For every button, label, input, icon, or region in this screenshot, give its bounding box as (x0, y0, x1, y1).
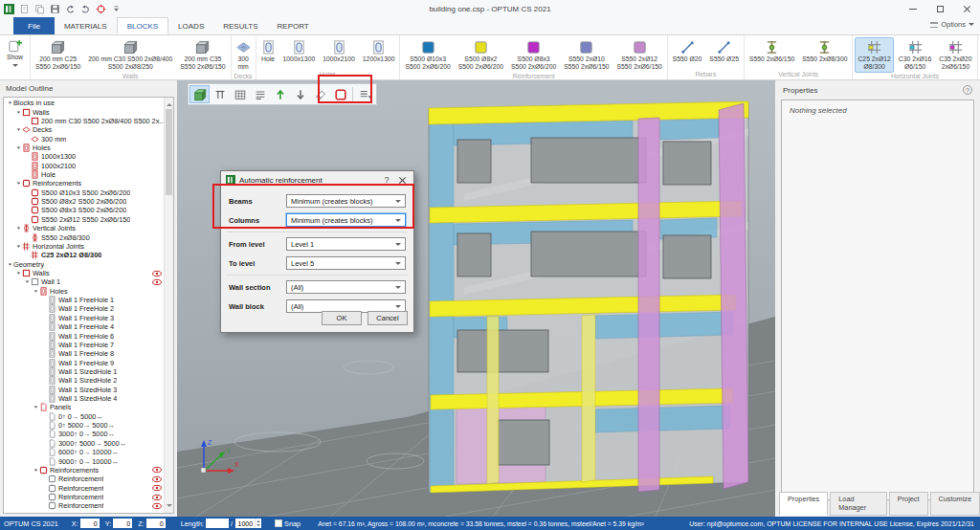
block-item[interactable]: S500 Ø10x3 S500 2xØ6/200 (402, 37, 453, 73)
grid-toggle-button[interactable] (230, 85, 250, 103)
copy-icon[interactable] (33, 3, 46, 15)
tree-item[interactable]: 200 mm C30 S500 2xØ8/400 S500 2x... (4, 117, 164, 125)
scrollbar-thumb[interactable] (166, 109, 172, 195)
visibility-eye-icon[interactable] (152, 501, 162, 511)
z-coordinate-input[interactable] (146, 519, 166, 528)
tab-report[interactable]: REPORT (268, 17, 319, 34)
caret-icon[interactable] (110, 3, 122, 15)
x-coordinate-input[interactable] (80, 519, 100, 528)
redo-icon[interactable] (79, 3, 92, 15)
visibility-eye-icon[interactable] (152, 277, 162, 287)
tree-item[interactable]: 0↑ 5000→ 5000↔ (4, 421, 164, 430)
expand-arrow-icon[interactable] (14, 144, 22, 151)
expand-arrow-icon[interactable] (23, 278, 31, 285)
block-item[interactable]: S500 Ø8x2 S500 2xØ6/200 (456, 37, 506, 73)
tree-item[interactable]: 3000↑ 5000→ 5000↔ (4, 439, 164, 448)
tree-item[interactable]: S550 2xØ8/300 (4, 232, 164, 241)
block-item[interactable]: S550 Ø20 (670, 37, 705, 65)
block-item[interactable]: 1200x1300 (360, 37, 398, 65)
tree-item[interactable]: Wall 1 FreeHole 2 (4, 304, 164, 313)
level-up-button[interactable] (270, 85, 290, 103)
block-item[interactable]: S500 Ø8x3 S500 2xØ6/200 (508, 37, 559, 73)
expand-arrow-icon[interactable] (32, 404, 39, 410)
tree-item[interactable]: Blocks in use (4, 99, 164, 107)
tree-item[interactable]: Reinforcement (4, 501, 164, 510)
tree-item[interactable]: Vertical Joints (4, 224, 164, 232)
level-down-button[interactable] (290, 85, 310, 103)
block-item[interactable]: 1000x2100 (320, 37, 358, 65)
tree-item[interactable]: Wall 1 SizedHole 3 (4, 386, 164, 394)
target-icon[interactable] (95, 3, 107, 15)
section-lines-button[interactable] (250, 85, 270, 103)
cancel-button[interactable]: Cancel (368, 311, 408, 325)
tree-item[interactable]: S500 Ø8x2 S500 2xØ6/200 (4, 197, 164, 206)
tree-item[interactable]: Holes (4, 144, 164, 152)
beams-select[interactable]: Minimum (creates blocks) (286, 194, 406, 208)
dialog-titlebar[interactable]: Automatic reinforcement (221, 171, 413, 188)
expand-arrow-icon[interactable] (14, 225, 22, 232)
block-item[interactable]: Hole (258, 37, 278, 65)
tree-item[interactable]: 300 mm (4, 134, 164, 143)
panel-tab-properties[interactable]: Properties (779, 492, 828, 516)
panel-tab-load-manager[interactable]: Load Manager (830, 492, 887, 516)
tree-item[interactable]: Wall 1 SizedHole 1 (4, 367, 164, 376)
stepper-arrows-icon[interactable] (255, 519, 261, 528)
tab-materials[interactable]: MATERIALS (55, 17, 117, 34)
expand-arrow-icon[interactable] (14, 126, 22, 133)
y-coordinate-input[interactable] (113, 519, 132, 528)
tab-blocks[interactable]: BLOCKS (117, 17, 168, 34)
expand-arrow-icon[interactable] (14, 109, 22, 116)
wall-section-select[interactable]: (All) (286, 280, 406, 294)
block-item[interactable]: 200 mm C35 S550 2xØ6/150 (177, 37, 228, 73)
expand-arrow-icon[interactable] (6, 261, 13, 268)
tree-item[interactable]: Wall 1 (4, 277, 164, 286)
tree-item[interactable]: S500 Ø10x3 S500 2xØ6/200 (4, 188, 164, 197)
block-item[interactable]: 1000x1300 (280, 37, 319, 65)
minimize-button[interactable] (900, 0, 926, 17)
close-button[interactable] (953, 0, 980, 17)
scroll-down-icon[interactable] (167, 504, 172, 510)
tree-item[interactable]: Panels (4, 403, 164, 411)
disk-icon[interactable] (49, 3, 61, 15)
block-item[interactable]: S550 2xØ12 S550 2xØ6/150 (613, 37, 664, 73)
view-options-menu-button[interactable] (355, 85, 375, 103)
tree-item[interactable]: Decks (4, 125, 164, 134)
expand-arrow-icon[interactable] (14, 270, 22, 276)
from-level-select[interactable]: Level 1 (286, 237, 406, 251)
expand-arrow-icon[interactable] (14, 180, 22, 187)
block-item[interactable]: S550 2xØ8/300 (799, 37, 850, 65)
expand-arrow-icon[interactable] (32, 467, 39, 474)
tab-loads[interactable]: LOADS (168, 17, 213, 34)
scale-stepper[interactable] (235, 519, 261, 528)
tree-item[interactable]: 1000x1300 (4, 152, 164, 161)
top-view-button[interactable] (210, 85, 230, 103)
show-button[interactable]: Show (1, 35, 29, 70)
tab-results[interactable]: RESULTS (213, 17, 267, 34)
dialog-close-button[interactable] (397, 174, 409, 186)
block-item[interactable]: C30 2xØ16 Ø6/150 (896, 37, 934, 73)
tree-item[interactable]: Wall 1 FreeHole 7 (4, 341, 164, 349)
tree-item[interactable]: Wall 1 FreeHole 4 (4, 322, 164, 331)
tree-item[interactable]: Reinforcements (4, 179, 164, 188)
eraser-tool-button[interactable] (310, 85, 330, 103)
block-item[interactable]: C25 2xØ12 Ø8/300 (855, 37, 893, 73)
tree-item[interactable]: Wall 1 SizedHole 2 (4, 376, 164, 385)
block-item[interactable]: S550 2xØ10 S550 2xØ6/150 (561, 37, 612, 73)
panel-tab-customize[interactable]: Customize (930, 492, 980, 516)
tree-item[interactable]: Reinforcements (4, 466, 164, 475)
shaded-view-button[interactable] (189, 85, 210, 103)
tree-item[interactable]: Holes (4, 287, 164, 296)
tree-item[interactable]: 6000↑ 0→ 10000↔ (4, 448, 164, 456)
ok-button[interactable]: OK (322, 311, 362, 325)
page-icon[interactable] (18, 3, 31, 15)
tree-item[interactable]: S500 Ø8x3 S500 2xØ6/200 (4, 206, 164, 214)
tab-file[interactable]: File (13, 17, 55, 34)
snap-checkbox[interactable] (275, 519, 282, 527)
block-item[interactable]: 200 mm C30 S500 2xØ8/400 S500 2xØ8/250 (85, 37, 175, 73)
tree-item[interactable]: Geometry (4, 259, 164, 268)
options-menu[interactable]: Options (930, 20, 974, 29)
tree-item[interactable]: S550 2xØ12 S550 2xØ6/150 (4, 215, 164, 224)
tree-item[interactable]: Walls (4, 269, 164, 277)
scale-input[interactable] (235, 519, 255, 528)
tree-item[interactable]: Reinforcement (4, 483, 164, 492)
